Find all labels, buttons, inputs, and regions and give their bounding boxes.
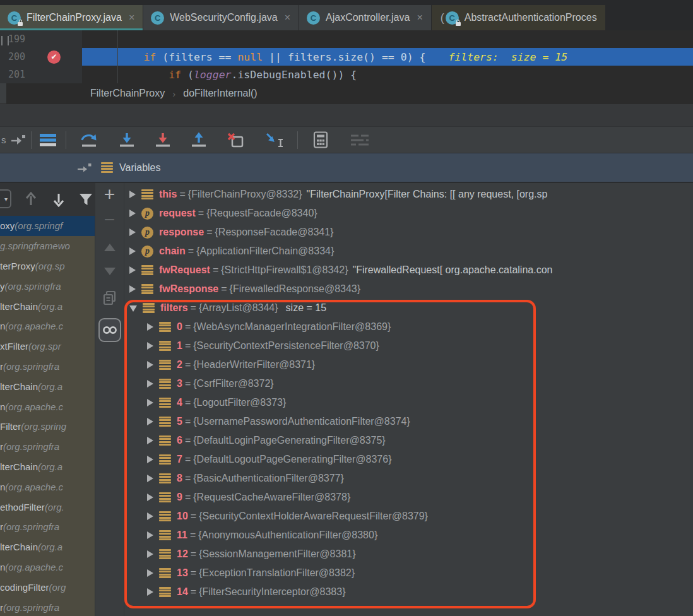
chevron-right-icon[interactable] (147, 531, 153, 539)
stack-frame-row[interactable]: r (org.springfra (0, 357, 95, 377)
variable-row[interactable]: 8={BasicAuthenticationFilter@8377} (124, 469, 693, 488)
duplicate-watch-icon[interactable] (103, 290, 117, 305)
stack-frame-row[interactable]: lterChain (org.a (0, 376, 95, 396)
variable-row[interactable]: pchain={ApplicationFilterChain@8334} (124, 242, 693, 261)
stack-frame-row[interactable]: r (org.springfra (0, 597, 95, 616)
stack-frame-row[interactable]: n (org.apache.c (0, 396, 95, 417)
stack-frame-row[interactable]: terProxy (org.sp (0, 256, 95, 276)
stack-frame-row[interactable]: r (org.springfra (0, 437, 95, 457)
thread-selector-dropdown[interactable]: ▾ (0, 189, 11, 208)
chevron-right-icon[interactable] (147, 323, 153, 331)
stack-frame-row[interactable]: lterChain (org.a (0, 457, 95, 477)
code-line[interactable]: if (filters == null || filters.size() ==… (82, 48, 693, 66)
chevron-right-icon[interactable] (147, 475, 153, 482)
variable-row[interactable]: 2={HeaderWriterFilter@8371} (124, 355, 693, 374)
show-execution-point-icon[interactable] (10, 134, 25, 146)
editor-gutter[interactable]: 199 (0, 30, 82, 48)
chevron-right-icon[interactable] (147, 494, 153, 501)
chevron-right-icon[interactable] (129, 210, 136, 217)
stack-frame-row[interactable]: y (org.springfra (0, 276, 95, 296)
editor-line[interactable]: 201 if (logger.isDebugEnabled()) { (0, 66, 693, 83)
variable-row[interactable]: this={FilterChainProxy@8332}"FilterChain… (124, 185, 693, 204)
stack-frame-row[interactable]: codingFilter (org (0, 577, 95, 597)
evaluate-expression-icon[interactable] (313, 131, 328, 148)
stack-frame-row[interactable]: ethodFilter (org. (0, 497, 95, 517)
variable-row[interactable]: 14={FilterSecurityInterceptor@8383} (124, 583, 693, 601)
variable-row[interactable]: prequest={RequestFacade@8340} (124, 204, 693, 223)
stack-frame-row[interactable]: n (org.apache.c (0, 316, 95, 336)
close-icon[interactable]: × (129, 13, 134, 23)
chevron-right-icon[interactable] (147, 456, 153, 463)
run-to-cursor-icon[interactable] (266, 132, 283, 148)
breakpoint-icon[interactable] (47, 50, 61, 64)
editor-gutter[interactable]: 201 (0, 66, 82, 83)
chevron-right-icon[interactable] (129, 191, 136, 198)
chevron-right-icon[interactable] (129, 228, 136, 236)
stack-frame-row[interactable]: n (org.apache.c (0, 477, 95, 497)
step-into-icon[interactable] (119, 132, 134, 148)
stack-frame-row[interactable]: g.springframewo (0, 236, 95, 256)
close-icon[interactable]: × (417, 13, 422, 23)
hide-library-frames-filter-icon[interactable] (78, 192, 93, 207)
close-icon[interactable]: × (285, 13, 290, 23)
chevron-right-icon[interactable] (129, 266, 136, 274)
code-line[interactable] (82, 30, 693, 48)
editor-tab[interactable]: CFilterChainProxy.java× (0, 5, 143, 30)
chevron-right-icon[interactable] (129, 247, 136, 255)
stack-frame-row[interactable]: oxy (org.springf (0, 216, 95, 236)
stepping-lines-icon[interactable] (39, 133, 57, 147)
remove-watch-button[interactable]: − (104, 213, 116, 226)
step-over-icon[interactable] (80, 132, 98, 148)
variable-row[interactable]: filters={ArrayList@8344}size = 15 (124, 299, 693, 317)
stack-frame-row[interactable]: Filter (org.spring (0, 417, 95, 437)
variable-row[interactable]: presponse={ResponseFacade@8341} (124, 223, 693, 242)
variable-row[interactable]: 6={DefaultLoginPageGeneratingFilter@8375… (124, 431, 693, 450)
code-line[interactable]: if (logger.isDebugEnabled()) { (82, 66, 693, 83)
stack-frame-row[interactable]: n (org.apache.c (0, 557, 95, 578)
variable-row[interactable]: 4={LogoutFilter@8373} (124, 393, 693, 412)
chevron-right-icon[interactable] (147, 550, 153, 558)
variable-row[interactable]: fwRequest={StrictHttpFirewall$1@8342}"Fi… (124, 261, 693, 280)
chevron-right-icon[interactable] (147, 512, 153, 520)
chevron-down-icon[interactable] (129, 305, 137, 312)
stack-frame-row[interactable]: lterChain (org.a (0, 537, 95, 557)
chevron-right-icon[interactable] (147, 342, 153, 350)
chevron-right-icon[interactable] (129, 285, 136, 293)
variable-row[interactable]: 13={ExceptionTranslationFilter@8382} (124, 564, 693, 583)
show-watches-toggle[interactable] (98, 318, 121, 342)
stack-frame-row[interactable]: lterChain (org.a (0, 296, 95, 316)
frame-down-icon[interactable] (52, 192, 66, 207)
stack-frame-row[interactable]: xtFilter (org.spr (0, 336, 95, 357)
breadcrumb-method[interactable]: doFilterInternal() (183, 88, 257, 99)
chevron-right-icon[interactable] (147, 418, 153, 425)
chevron-right-icon[interactable] (147, 569, 153, 577)
editor-tab[interactable]: CAjaxController.java× (299, 5, 431, 30)
trace-settings-icon[interactable] (350, 134, 369, 146)
editor-tab[interactable]: CWebSecurityConfig.java× (143, 5, 299, 30)
move-down-button[interactable] (104, 268, 116, 275)
variable-row[interactable]: 1={SecurityContextPersistenceFilter@8370… (124, 336, 693, 355)
move-up-button[interactable] (104, 244, 116, 251)
editor-line[interactable]: 200 if (filters == null || filters.size(… (0, 48, 693, 66)
editor-tab[interactable]: (CAbstractAuthenticationProces (432, 5, 605, 30)
drop-frame-icon[interactable] (227, 132, 244, 148)
step-out-icon[interactable] (191, 132, 206, 148)
tool-window-title[interactable]: Variables (119, 162, 161, 174)
variable-row[interactable]: 3={CsrfFilter@8372} (124, 374, 693, 393)
variable-row[interactable]: 0={WebAsyncManagerIntegrationFilter@8369… (124, 317, 693, 336)
pin-to-frame-icon[interactable] (77, 162, 92, 174)
chevron-right-icon[interactable] (147, 588, 153, 596)
chevron-right-icon[interactable] (147, 380, 153, 388)
breadcrumb-class[interactable]: FilterChainProxy (90, 88, 165, 99)
variable-row[interactable]: 10={SecurityContextHolderAwareRequestFil… (124, 507, 693, 526)
editor-line[interactable]: 199 (0, 30, 693, 48)
variable-row[interactable]: 7={DefaultLogoutPageGeneratingFilter@837… (124, 450, 693, 469)
chevron-right-icon[interactable] (147, 361, 153, 369)
add-watch-button[interactable]: + (104, 186, 116, 203)
force-step-into-icon[interactable] (155, 132, 170, 148)
frame-up-icon[interactable] (24, 192, 38, 207)
variable-row[interactable]: fwResponse={FirewalledResponse@8343} (124, 280, 693, 299)
code-editor[interactable]: 199200 if (filters == null || filters.si… (0, 30, 693, 83)
variable-row[interactable]: 12={SessionManagementFilter@8381} (124, 545, 693, 564)
variable-row[interactable]: 9={RequestCacheAwareFilter@8378} (124, 488, 693, 507)
